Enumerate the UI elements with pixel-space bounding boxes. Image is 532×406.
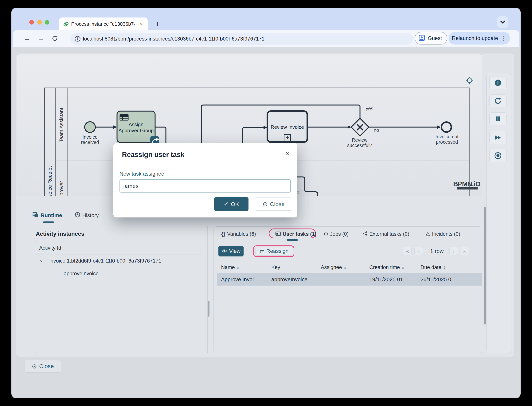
user-tasks-underline bbox=[287, 239, 298, 241]
pagination-first-button[interactable]: « bbox=[403, 247, 412, 255]
reload-icon bbox=[52, 35, 58, 42]
info-icon[interactable] bbox=[75, 36, 81, 43]
warning-icon: ⚠ bbox=[425, 231, 430, 237]
profile-icon bbox=[419, 35, 425, 42]
browser-tab[interactable]: Process instance "c13036b7- × bbox=[59, 17, 148, 30]
end-event-invoice-not-processed bbox=[441, 122, 451, 132]
browser-window: Process instance "c13036b7- × + ← → loca… bbox=[11, 7, 521, 399]
view-button[interactable]: View bbox=[219, 246, 244, 256]
activity-row-child[interactable]: approveInvoice bbox=[35, 267, 201, 280]
svg-text:no: no bbox=[374, 127, 379, 133]
new-tab-button[interactable]: + bbox=[152, 17, 163, 30]
tab-incidents[interactable]: ⚠ Incidents (0) bbox=[425, 230, 460, 238]
relaunch-button[interactable]: Relaunch to update ⋮ bbox=[449, 32, 510, 44]
suspend-button[interactable] bbox=[489, 112, 507, 125]
ok-button[interactable]: ✓ OK bbox=[214, 197, 248, 211]
pagination-prev-button[interactable]: ‹ bbox=[415, 247, 423, 255]
modal-close-icon[interactable]: × bbox=[283, 149, 292, 159]
chevron-expand-icon[interactable]: ∨ bbox=[40, 258, 43, 263]
fast-forward-button[interactable] bbox=[489, 131, 507, 144]
swap-icon: ⇄ bbox=[260, 248, 264, 254]
col-creation-time[interactable]: Creation time▲▼ bbox=[369, 264, 404, 270]
col-due-date[interactable]: Due date▲▼ bbox=[421, 264, 446, 270]
relaunch-label: Relaunch to update bbox=[452, 35, 498, 41]
start-event bbox=[85, 122, 95, 132]
activity-row-root[interactable]: ∨ invoice:1:bf2dd6f9-c4c1-11f0-b00f-6a73… bbox=[35, 254, 201, 267]
cell-key: approveInvoice bbox=[271, 276, 307, 283]
refresh-button[interactable] bbox=[489, 94, 507, 107]
url-text: localhost:8081/bpm/process-instances/c13… bbox=[83, 33, 264, 45]
eye-icon bbox=[221, 248, 227, 254]
panel-divider bbox=[207, 226, 208, 353]
svg-text:Review Invoice: Review Invoice bbox=[271, 124, 304, 130]
svg-text:Invoice not: Invoice not bbox=[436, 134, 459, 139]
pagination-next-button[interactable]: › bbox=[449, 247, 458, 255]
profile-label: Guest bbox=[428, 35, 442, 41]
pause-icon bbox=[495, 116, 501, 122]
svg-text:processed: processed bbox=[436, 139, 458, 145]
svg-text:BPMN.iO: BPMN.iO bbox=[453, 180, 481, 188]
activity-id-column-header: Activity Id bbox=[39, 241, 61, 254]
cell-creation-time: 19/11/2025 01... bbox=[369, 276, 407, 283]
activity-instances-heading: Activity instances bbox=[36, 231, 84, 237]
tab-user-tasks[interactable]: User tasks (1) bbox=[276, 230, 316, 238]
svg-text:Invoice: Invoice bbox=[82, 134, 97, 140]
reset-zoom-icon bbox=[466, 77, 473, 84]
svg-text:Assign: Assign bbox=[129, 122, 144, 127]
col-assignee[interactable]: Assignee▲▼ bbox=[321, 264, 346, 270]
footer-close-button[interactable]: ⊘ Close bbox=[25, 360, 61, 372]
tab-overview-button[interactable] bbox=[497, 16, 508, 28]
col-key[interactable]: Key bbox=[271, 264, 280, 270]
slash-circle-icon: ⊘ bbox=[32, 363, 37, 370]
refresh-icon bbox=[494, 97, 502, 105]
assignee-field-label: New task assignee bbox=[119, 171, 164, 177]
slash-circle-icon: ⊘ bbox=[262, 201, 268, 208]
pagination-count: 1 row bbox=[427, 247, 447, 255]
tab-close-icon[interactable]: × bbox=[137, 17, 146, 30]
pagination-last-button[interactable]: » bbox=[461, 247, 469, 255]
vertical-scrollbar[interactable] bbox=[484, 207, 486, 325]
user-tasks-table: Name▲▼ Key Assignee▲▼ Creation time▲▼ Du… bbox=[217, 262, 482, 338]
svg-text:Approver Group: Approver Group bbox=[118, 128, 154, 133]
svg-text:yes: yes bbox=[366, 106, 373, 111]
svg-text:successful?: successful? bbox=[347, 143, 372, 148]
traffic-light-close[interactable] bbox=[29, 20, 34, 25]
table-row[interactable]: Approve Invoi... approveInvoice 19/11/20… bbox=[217, 273, 482, 286]
tab-history[interactable]: History bbox=[74, 211, 99, 219]
fast-forward-icon bbox=[494, 134, 502, 141]
reassign-modal: Reassign user task × New task assignee ✓… bbox=[113, 143, 297, 218]
modal-close-button[interactable]: ⊘ Close bbox=[255, 197, 292, 210]
gears-icon: ⚙ bbox=[324, 231, 328, 237]
traffic-light-zoom[interactable] bbox=[45, 20, 49, 25]
record-icon bbox=[494, 152, 502, 159]
activity-instances-table: Activity Id ∨ invoice:1:bf2dd6f9-c4c1-11… bbox=[35, 241, 201, 353]
history-clock-icon bbox=[74, 212, 80, 219]
pool-label: Invoice Receipt bbox=[47, 166, 53, 196]
profile-button[interactable]: Guest bbox=[415, 32, 447, 44]
cell-due-date: 26/11/2025 0... bbox=[421, 276, 456, 283]
diagram-side-toolbar bbox=[486, 73, 511, 353]
tab-title: Process instance "c13036b7- bbox=[71, 17, 136, 30]
tab-jobs[interactable]: ⚙ Jobs (0) bbox=[324, 230, 349, 238]
svg-text:received: received bbox=[81, 140, 99, 145]
tab-variables[interactable]: {} Variables (6) bbox=[221, 230, 256, 238]
tab-runtime[interactable]: Runtime bbox=[32, 211, 62, 219]
panel-divider-scrollbar[interactable] bbox=[208, 301, 210, 317]
runtime-icon bbox=[32, 212, 39, 219]
col-name[interactable]: Name▲▼ bbox=[221, 264, 239, 270]
back-button[interactable]: ← bbox=[23, 34, 32, 43]
kebab-menu-icon[interactable]: ⋮ bbox=[501, 35, 507, 42]
reassign-button[interactable]: ⇄ Reassign bbox=[255, 247, 293, 255]
chevron-down-icon bbox=[500, 21, 505, 24]
bpmnio-watermark: BPMN.iO bbox=[453, 180, 481, 189]
address-bar[interactable]: localhost:8081/bpm/process-instances/c13… bbox=[70, 33, 413, 45]
reload-button[interactable] bbox=[51, 34, 59, 43]
user-task-card-icon bbox=[276, 231, 281, 237]
record-button[interactable] bbox=[489, 149, 507, 162]
info-panel-button[interactable] bbox=[489, 76, 507, 89]
traffic-light-minimize[interactable] bbox=[37, 20, 42, 25]
cell-name: Approve Invoi... bbox=[221, 276, 258, 283]
forward-button[interactable]: → bbox=[36, 34, 45, 43]
tab-external-tasks[interactable]: External tasks (0) bbox=[363, 230, 409, 238]
assignee-input[interactable] bbox=[119, 179, 291, 193]
